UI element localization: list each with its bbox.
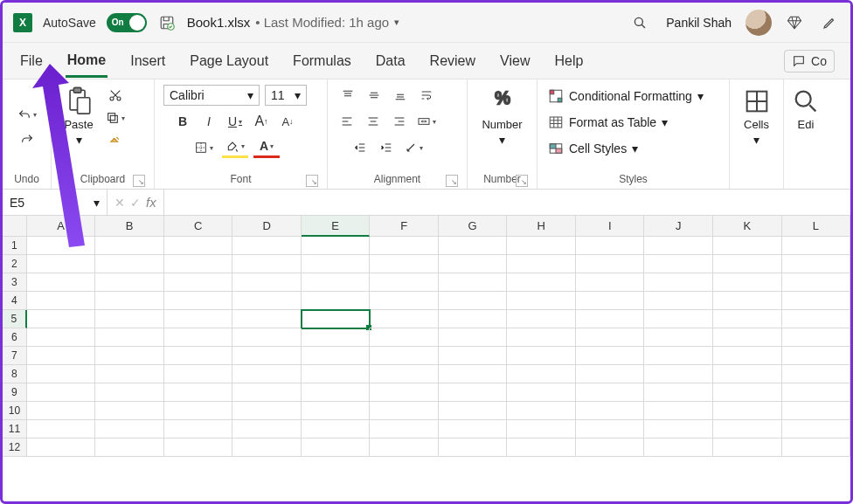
tab-help[interactable]: Help	[552, 46, 585, 76]
row-header[interactable]: 8	[3, 365, 27, 383]
row-header[interactable]: 1	[3, 237, 27, 255]
cell[interactable]	[644, 255, 713, 273]
row-header[interactable]: 9	[3, 383, 27, 402]
italic-button[interactable]: I	[198, 111, 219, 132]
cell[interactable]	[644, 365, 713, 383]
cell[interactable]	[713, 310, 782, 328]
cell[interactable]	[644, 310, 713, 328]
cell[interactable]	[95, 237, 164, 255]
cell[interactable]	[507, 347, 576, 365]
conditional-formatting-button[interactable]: Conditional Formatting▾	[546, 85, 705, 107]
cell[interactable]	[576, 292, 645, 310]
avatar[interactable]	[746, 10, 772, 36]
column-header[interactable]: K	[713, 216, 782, 237]
cell[interactable]	[644, 273, 713, 292]
cell[interactable]	[302, 328, 371, 347]
column-header[interactable]: C	[164, 216, 233, 237]
tab-insert[interactable]: Insert	[128, 46, 167, 76]
cell[interactable]	[507, 420, 576, 438]
wrap-text-button[interactable]	[416, 85, 437, 106]
cell[interactable]	[576, 328, 645, 347]
merge-button[interactable]: ▾	[415, 111, 438, 132]
cell[interactable]	[507, 383, 576, 402]
cell[interactable]	[576, 237, 645, 255]
cell[interactable]	[370, 328, 439, 347]
cell[interactable]	[644, 438, 713, 457]
cell[interactable]	[576, 255, 645, 273]
cell[interactable]	[27, 273, 96, 292]
cell[interactable]	[439, 328, 508, 347]
cell[interactable]	[27, 365, 96, 383]
align-center-button[interactable]	[363, 111, 384, 132]
cell[interactable]	[27, 402, 96, 420]
cell[interactable]	[95, 420, 164, 438]
cell[interactable]	[164, 310, 233, 328]
cell[interactable]	[164, 292, 233, 310]
row-header[interactable]: 12	[3, 438, 27, 457]
cell[interactable]	[232, 420, 302, 438]
cell[interactable]	[576, 273, 645, 292]
cell[interactable]	[95, 273, 164, 292]
format-painter-button[interactable]	[105, 130, 126, 151]
cell[interactable]	[370, 310, 439, 328]
cell[interactable]	[95, 292, 164, 310]
cell[interactable]	[232, 402, 302, 420]
cell[interactable]	[644, 292, 713, 310]
cell[interactable]	[164, 255, 233, 273]
cell[interactable]	[232, 237, 302, 255]
number-format-button[interactable]: % Number ▾	[478, 85, 525, 148]
cell[interactable]	[370, 255, 439, 273]
cell[interactable]	[95, 402, 164, 420]
row-header[interactable]: 5	[3, 310, 27, 328]
tab-review[interactable]: Review	[428, 46, 477, 76]
tab-formulas[interactable]: Formulas	[291, 46, 353, 76]
cell[interactable]	[95, 438, 164, 457]
cell[interactable]	[644, 328, 713, 347]
cell[interactable]	[95, 255, 164, 273]
cell[interactable]	[782, 237, 851, 255]
cell[interactable]	[95, 365, 164, 383]
cell[interactable]	[95, 310, 164, 328]
cell[interactable]	[439, 365, 508, 383]
cell[interactable]	[232, 383, 302, 402]
column-header[interactable]: I	[576, 216, 645, 237]
align-left-button[interactable]	[336, 111, 357, 132]
cell[interactable]	[439, 347, 508, 365]
decrease-font-button[interactable]: A↓	[277, 111, 298, 132]
bold-button[interactable]: B	[172, 111, 193, 132]
cells-button[interactable]: Cells ▾	[739, 85, 775, 148]
font-size-select[interactable]: 11▾	[265, 85, 307, 106]
row-header[interactable]: 3	[3, 273, 27, 292]
cell[interactable]	[782, 347, 851, 365]
cell[interactable]	[95, 347, 164, 365]
enter-formula-icon[interactable]: ✓	[130, 196, 141, 210]
font-family-select[interactable]: Calibri▾	[163, 85, 260, 106]
cell[interactable]	[232, 292, 302, 310]
cell[interactable]	[27, 438, 96, 457]
cell[interactable]	[782, 420, 851, 438]
copy-button[interactable]: ▾	[104, 107, 127, 128]
cell[interactable]	[164, 347, 233, 365]
cell[interactable]	[302, 383, 371, 402]
cell[interactable]	[164, 237, 233, 255]
cell[interactable]	[232, 438, 302, 457]
cell[interactable]	[507, 292, 576, 310]
cell[interactable]	[302, 438, 371, 457]
cell[interactable]	[232, 365, 302, 383]
document-title[interactable]: Book1.xlsx • Last Modified: 1h ago ▾	[187, 15, 399, 30]
cell[interactable]	[439, 310, 508, 328]
cell[interactable]	[302, 255, 371, 273]
underline-button[interactable]: U▾	[225, 111, 246, 132]
cancel-formula-icon[interactable]: ✕	[114, 196, 125, 210]
dialog-launcher-icon[interactable]: ↘	[306, 175, 318, 187]
cell[interactable]	[507, 273, 576, 292]
cell-styles-button[interactable]: Cell Styles▾	[546, 137, 640, 160]
cell[interactable]	[164, 402, 233, 420]
borders-button[interactable]: ▾	[191, 137, 217, 158]
cell[interactable]	[782, 328, 851, 347]
cell[interactable]	[439, 383, 508, 402]
cell[interactable]	[439, 237, 508, 255]
search-icon[interactable]	[628, 10, 652, 35]
cell[interactable]	[782, 383, 851, 402]
align-right-button[interactable]	[389, 111, 410, 132]
